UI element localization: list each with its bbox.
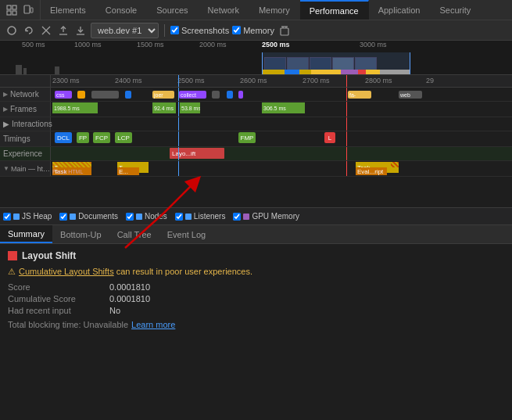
frame-item-2: 92.4 ms [152, 102, 176, 113]
time-label-1000: 1000 ms [74, 41, 102, 48]
main-track-label[interactable]: ▼ Main — https://web.dev/ [0, 161, 51, 176]
warning-row: ⚠ Cumulative Layout Shifts can result in… [8, 266, 504, 278]
ruler-2500: 2500 ms [177, 77, 205, 84]
l-marker: L [324, 132, 335, 143]
layout-shift-icon [8, 251, 17, 260]
svg-rect-11 [281, 28, 288, 35]
net-item-web: web [399, 91, 422, 99]
net-item-2 [91, 91, 119, 99]
tab-bottom-up[interactable]: Bottom-Up [52, 225, 109, 243]
upload-button[interactable] [56, 23, 70, 38]
warning-icon: ⚠ [8, 266, 16, 278]
trash-button[interactable] [277, 23, 292, 38]
fp-marker: FP [77, 132, 89, 143]
time-label-2500: 2500 ms [262, 41, 290, 48]
memory-checkbox[interactable]: Memory [232, 26, 274, 35]
profile-select[interactable]: web.dev #1 [91, 23, 159, 38]
ruler-2400: 2400 ms [115, 77, 142, 84]
record-button[interactable] [5, 23, 19, 38]
clear-button[interactable] [39, 23, 53, 38]
svg-rect-5 [30, 8, 33, 13]
download-button[interactable] [73, 23, 88, 38]
tab-security[interactable]: Security [430, 0, 481, 20]
net-item-far: fa- [348, 91, 371, 99]
net-item-css: css [55, 91, 72, 99]
tab-memory[interactable]: Memory [249, 0, 300, 20]
experience-label[interactable]: Experience [0, 147, 51, 160]
tab-call-tree[interactable]: Call Tree [109, 225, 159, 243]
frames-track-content: 1988.5 ms 92.4 ms 53.8 ms 306.5 ms [51, 102, 512, 117]
net-item-joer: joer [152, 91, 174, 99]
main-task-3b: Eval...ript [356, 167, 387, 175]
net-item-1 [77, 91, 85, 99]
ruler-2800: 2800 ms [365, 77, 392, 84]
svg-rect-2 [7, 11, 11, 15]
interactions-label[interactable]: ▶ Interactions [0, 117, 51, 131]
score-row: Score 0.0001810 [8, 282, 504, 292]
nodes-checkbox[interactable]: Nodes [126, 212, 167, 221]
svg-rect-3 [13, 11, 16, 15]
task-stripe-3 [391, 162, 399, 167]
time-label-500: 500 ms [22, 41, 45, 48]
recent-input-row: Had recent input No [8, 306, 504, 315]
ruler-2300: 2300 ms [52, 77, 80, 84]
lcp-marker: LCP [115, 132, 132, 143]
svg-rect-4 [24, 5, 30, 13]
summary-title: Layout Shift [8, 250, 504, 261]
network-track-label[interactable]: ▶ Network [0, 88, 51, 101]
interactions-content [51, 117, 512, 131]
device-icon[interactable] [21, 3, 35, 17]
js-heap-checkbox[interactable]: JS Heap [3, 212, 52, 221]
tab-performance[interactable]: Performance [300, 0, 369, 20]
reload-button[interactable] [22, 23, 36, 38]
tab-console[interactable]: Console [96, 0, 147, 20]
tab-elements[interactable]: Elements [41, 0, 96, 20]
cumulative-score-row: Cumulative Score 0.0001810 [8, 294, 504, 303]
frame-item-4: 306.5 ms [262, 102, 305, 113]
learn-more-link[interactable]: Learn more [131, 320, 175, 329]
svg-point-6 [8, 27, 16, 34]
ruler-2600: 2600 ms [240, 77, 267, 84]
net-item-3 [125, 91, 131, 99]
warning-link[interactable]: Cumulative Layout Shifts [19, 267, 114, 276]
network-track-content: css joer collect fa- web [51, 88, 512, 101]
time-label-2000: 2000 ms [199, 41, 227, 48]
screenshots-checkbox[interactable]: Screenshots [170, 26, 229, 35]
gpu-memory-checkbox[interactable]: GPU Memory [233, 212, 299, 221]
time-label-3000: 3000 ms [360, 41, 387, 48]
svg-rect-0 [7, 5, 11, 9]
documents-checkbox[interactable]: Documents [59, 212, 118, 221]
tab-event-log[interactable]: Event Log [159, 225, 214, 243]
timings-content: DCL FP FCP LCP FMP L [51, 131, 512, 146]
time-label-1500: 1500 ms [137, 41, 164, 48]
listeners-checkbox[interactable]: Listeners [175, 212, 226, 221]
network-expand-icon[interactable]: ▶ [3, 91, 8, 98]
net-item-5 [227, 91, 233, 99]
ruler-2700: 2700 ms [303, 77, 330, 84]
fcp-marker: FCP [93, 132, 110, 143]
fmp-marker: FMP [238, 132, 256, 143]
ruler-29: 29 [426, 77, 434, 84]
main-task-2b: E... [117, 167, 139, 175]
net-item-collect: collect [179, 91, 206, 99]
frame-item-1: 1988.5 ms [52, 102, 98, 113]
net-item-6 [238, 91, 243, 99]
timings-label[interactable]: Timings [0, 131, 51, 146]
main-task-1b: Task [52, 167, 91, 175]
tab-summary[interactable]: Summary [0, 225, 52, 243]
frames-track-label[interactable]: ▶ Frames [0, 102, 51, 117]
experience-content: Layo...ift [51, 147, 512, 160]
svg-rect-1 [13, 5, 16, 9]
task-stripe [52, 162, 91, 167]
frame-item-3: 53.8 ms [180, 102, 200, 113]
blocking-row: Total blocking time: Unavailable Learn m… [8, 320, 504, 329]
tab-application[interactable]: Application [369, 0, 431, 20]
tab-network[interactable]: Network [199, 0, 249, 20]
net-item-4 [212, 91, 220, 99]
inspect-icon[interactable] [5, 3, 19, 17]
main-track-content: T... Task T... E... Task Eval...ript Par… [51, 161, 512, 176]
tab-sources[interactable]: Sources [147, 0, 198, 20]
dcl-marker: DCL [55, 132, 72, 143]
